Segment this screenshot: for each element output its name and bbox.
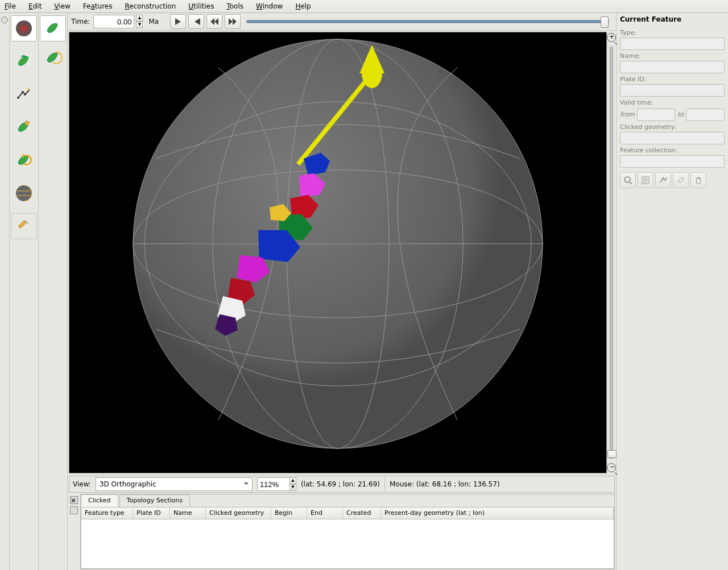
play-button[interactable] [170, 14, 186, 29]
clicked-geometry-label: Clicked geometry: [620, 123, 725, 131]
reset-button[interactable] [188, 14, 204, 29]
time-spinner[interactable]: ▲▼ [136, 15, 143, 28]
zoom-in-icon[interactable]: + [607, 33, 616, 42]
zoom-out-icon[interactable]: − [607, 463, 616, 472]
projection-select[interactable]: 3D Orthographic [96, 477, 253, 491]
col-end[interactable]: End [307, 507, 343, 519]
name-label: Name: [620, 52, 725, 60]
rotate-geometry-subtool[interactable] [40, 45, 66, 71]
clone-feature-button[interactable] [673, 172, 689, 188]
dock-handle-icon[interactable] [1, 16, 8, 23]
svg-point-12 [624, 177, 630, 182]
time-label: Time: [71, 18, 90, 26]
valid-time-label: Valid time: [620, 99, 725, 106]
col-created[interactable]: Created [343, 507, 381, 519]
drag-globe-tool[interactable] [11, 15, 37, 41]
zoom-input[interactable] [257, 477, 290, 491]
from-label: from [620, 111, 635, 118]
pole-manipulation-tool[interactable] [11, 213, 37, 239]
bottom-dock-icons: ✕ [69, 494, 79, 569]
valid-to-field [686, 109, 725, 121]
secondary-toolbar [39, 13, 68, 570]
query-feature-button[interactable] [620, 172, 636, 188]
menu-bar: File Edit View Features Reconstruction U… [0, 0, 728, 13]
close-panel-icon[interactable]: ✕ [70, 496, 78, 504]
zoom-slider-bar: + − [607, 31, 616, 475]
time-input[interactable] [93, 15, 134, 28]
step-forward-button[interactable] [225, 14, 241, 29]
menu-features[interactable]: Features [83, 2, 113, 10]
edit-feature-button[interactable] [638, 172, 653, 188]
feature-table-panel: Clicked Topology Sections Feature type P… [80, 494, 615, 569]
zoom-spinner[interactable]: ▲▼ [289, 477, 296, 491]
plate-id-field [620, 84, 725, 97]
view-label: View: [73, 480, 91, 488]
svg-point-11 [362, 59, 382, 88]
svg-point-3 [24, 93, 26, 95]
choose-feature-tool[interactable] [11, 48, 37, 74]
menu-edit[interactable]: Edit [28, 2, 42, 10]
build-topology-tool[interactable] [11, 180, 37, 206]
col-feature-type[interactable]: Feature type [81, 507, 133, 519]
panel-title: Current Feature [620, 15, 725, 23]
digitise-geometry-tool[interactable] [11, 81, 37, 107]
menu-help[interactable]: Help [295, 2, 311, 10]
menu-tools[interactable]: Tools [226, 2, 243, 10]
col-name[interactable]: Name [170, 507, 206, 519]
feature-action-buttons [620, 172, 725, 188]
col-present-day[interactable]: Present-day geometry (lat ; lon) [381, 507, 614, 519]
menu-view[interactable]: View [54, 2, 70, 10]
type-field [620, 38, 725, 50]
menu-file[interactable]: File [5, 2, 16, 10]
valid-from-field [637, 109, 676, 121]
globe-viewport[interactable] [69, 32, 607, 473]
menu-reconstruction[interactable]: Reconstruction [125, 2, 176, 10]
collection-label: Feature collection: [620, 147, 725, 154]
step-back-button[interactable] [206, 14, 222, 29]
menu-window[interactable]: Window [256, 2, 283, 10]
float-panel-icon[interactable] [70, 506, 78, 514]
dock-strip [0, 13, 10, 570]
delete-feature-button[interactable] [690, 172, 706, 188]
col-begin[interactable]: Begin [271, 507, 307, 519]
col-plate-id[interactable]: Plate ID [133, 507, 170, 519]
name-field [620, 61, 725, 73]
click-geometry-subtool[interactable] [40, 15, 66, 41]
main-area: Time: ▲▼ Ma [68, 13, 616, 570]
time-toolbar: Time: ▲▼ Ma [68, 13, 616, 31]
camera-centre-readout: (lat: 54.69 ; lon: 21.69) [301, 480, 380, 488]
clicked-geometry-field [620, 132, 725, 144]
tab-topology-sections[interactable]: Topology Sections [119, 494, 191, 507]
col-clicked-geometry[interactable]: Clicked geometry [206, 507, 271, 519]
modify-geometry-tool[interactable] [11, 114, 37, 140]
tab-clicked[interactable]: Clicked [81, 494, 118, 507]
primary-toolbar [10, 13, 39, 570]
modify-reconstruction-tool[interactable] [11, 147, 37, 173]
to-label: to [677, 111, 684, 118]
table-header: Feature type Plate ID Name Clicked geome… [81, 507, 614, 519]
current-feature-panel: Current Feature Type: Name: Plate ID: Va… [616, 13, 728, 570]
plate-id-label: Plate ID: [620, 76, 725, 83]
time-slider[interactable] [246, 20, 609, 23]
view-status-bar: View: 3D Orthographic ▲▼ (lat: 54.69 ; l… [69, 476, 615, 493]
time-unit: Ma [148, 18, 159, 26]
svg-point-1 [17, 97, 19, 99]
collection-field [620, 155, 725, 168]
menu-utilities[interactable]: Utilities [188, 2, 214, 10]
svg-point-2 [22, 91, 24, 93]
mouse-position-readout: Mouse: (lat: 68.16 ; lon: 136.57) [390, 480, 611, 488]
table-body [81, 519, 614, 569]
copy-geometry-button[interactable] [655, 172, 671, 188]
zoom-slider[interactable] [610, 47, 613, 459]
globe-icon [88, 34, 588, 454]
type-label: Type: [620, 29, 725, 36]
